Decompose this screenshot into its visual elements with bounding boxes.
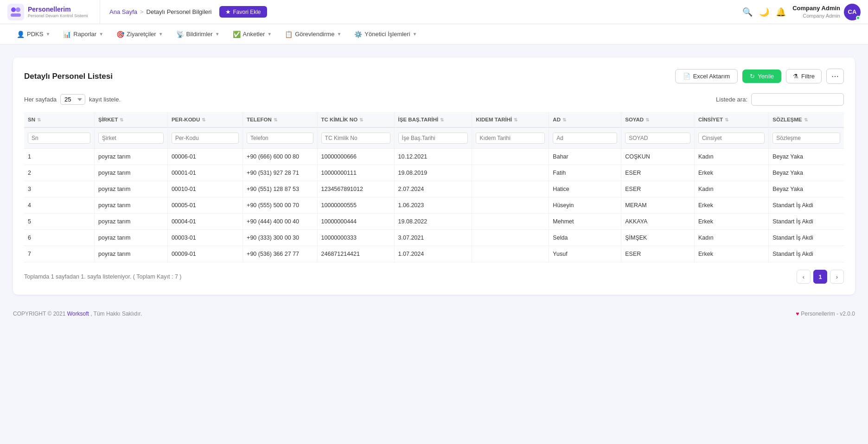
table-row: 1poyraz tarım00006-01+90 (666) 600 00 80… [24,149,844,165]
more-button[interactable]: ⋯ [826,69,844,84]
table-row: 7poyraz tarım00009-01+90 (536) 366 27 77… [24,246,844,262]
online-indicator [856,16,860,20]
per-page-prefix: Her sayfada [24,96,57,103]
main-card: Detaylı Personel Listesi 📄 Excel Aktarım… [13,57,855,295]
col-ad[interactable]: AD⇅ [549,112,621,127]
cell-telefon: +90 (555) 500 00 70 [243,197,317,214]
darkmode-icon[interactable]: 🌙 [759,7,769,17]
breadcrumb: Ana Sayfa > Detaylı Personel Bilgileri ★… [109,6,742,18]
table-row: 5poyraz tarım00004-01+90 (444) 400 00 40… [24,214,844,230]
filter-telefon-input[interactable] [247,133,313,144]
filter-button[interactable]: ⚗ Filtre [786,69,822,83]
col-telefon[interactable]: TELEFON⇅ [243,112,317,127]
cell-ad: Mehmet [549,214,621,230]
cell-sozlesme: Standart İş Akdi [769,246,844,262]
next-page-button[interactable]: › [830,270,844,284]
cell-ad: Selda [549,230,621,246]
cell-tc_kimlik: 10000000444 [317,214,394,230]
filter-tc-kimlik-input[interactable] [321,133,390,144]
table-wrapper: SN⇅ ŞİRKET⇅ PER-KODU⇅ TELEFON⇅ TC KİMLİK… [24,112,844,262]
filter-ad-input[interactable] [553,133,617,144]
fav-button[interactable]: ★ Favori Ekle [219,6,267,18]
col-soyad[interactable]: SOYAD⇅ [621,112,695,127]
cell-ad: Fatih [549,165,621,181]
nav-yonetici[interactable]: ⚙️ Yönetici İşlemleri ▼ [349,28,422,41]
cell-soyad: COŞKUN [621,149,695,165]
cinsiyet-sort-icon: ⇅ [725,117,728,122]
nav-pdks[interactable]: 👤 PDKS ▼ [11,28,56,41]
cell-cinsiyet: Erkek [694,165,768,181]
nav-ziyaretciler[interactable]: 🎯 Ziyaretçiler ▼ [111,28,168,41]
list-search-area: Listede ara: [716,93,844,106]
footer-copyright: COPYRIGHT © 2021 Worksoft , Tüm Hakkı Sa… [13,311,142,317]
col-sirket[interactable]: ŞİRKET⇅ [95,112,168,127]
svg-rect-0 [7,4,24,20]
filter-icon: ⚗ [793,73,798,80]
copyright-text: COPYRIGHT © 2021 [13,311,67,317]
filter-cinsiyet-input[interactable] [698,133,765,144]
pdks-chevron-icon: ▼ [45,32,50,37]
breadcrumb-home[interactable]: Ana Sayfa [109,8,137,15]
cell-cinsiyet: Kadın [694,230,768,246]
cell-tc_kimlik: 1234567891012 [317,181,394,197]
filter-telefon [243,127,317,149]
col-per-kodu[interactable]: PER-KODU⇅ [167,112,243,127]
table-row: 4poyraz tarım00005-01+90 (555) 500 00 70… [24,197,844,214]
filter-ise-bas-input[interactable] [398,133,468,144]
cell-ise_bas: 1.06.2023 [394,197,472,214]
footer-company-link[interactable]: Worksoft [67,311,89,317]
cell-ad: Yusuf [549,246,621,262]
cell-kidem [472,181,549,197]
ziyaretciler-icon: 🎯 [116,31,124,38]
nav-gorevlendirme-label: Görevlendirme [295,31,334,38]
filter-sozlesme [769,127,844,149]
refresh-label: Yenile [758,73,774,80]
col-ise-bas[interactable]: İŞE BAŞ.TARİHİ⇅ [394,112,472,127]
page-1-button[interactable]: 1 [813,270,827,284]
search-input[interactable] [751,93,844,106]
nav-anketler[interactable]: ✅ Anketler ▼ [227,28,278,41]
logo: Personellerim Personel Devam Kontrol Sis… [7,0,100,24]
per-page-select[interactable]: 25 50 100 [60,94,85,105]
nav-raporlar[interactable]: 📊 Raporlar ▼ [57,28,109,41]
per-page-area: Her sayfada 25 50 100 kayıt listele. [24,94,121,105]
table-header-row: SN⇅ ŞİRKET⇅ PER-KODU⇅ TELEFON⇅ TC KİMLİK… [24,112,844,127]
cell-per_kodu: 00009-01 [167,246,243,262]
cell-kidem [472,230,549,246]
fav-label: Favori Ekle [233,9,261,15]
nav-gorevlendirme[interactable]: 📋 Görevlendirme ▼ [279,28,347,41]
col-kidem[interactable]: KIDEM TARİHİ⇅ [472,112,549,127]
col-sozlesme[interactable]: SÖZLEŞME⇅ [769,112,844,127]
nav-bildirimler-label: Bildirimler [186,31,213,38]
bildirimler-chevron-icon: ▼ [215,32,220,37]
filter-soyad-input[interactable] [625,133,690,144]
per-page-suffix: kayıt listele. [89,96,121,103]
col-sn[interactable]: SN⇅ [24,112,95,127]
cell-sn: 4 [24,197,95,214]
filter-kidem-input[interactable] [476,133,545,144]
breadcrumb-current: Detaylı Personel Bilgileri [147,8,212,15]
filter-sirket-input[interactable] [98,133,164,144]
notification-icon[interactable]: 🔔 [776,7,786,17]
nav-pdks-label: PDKS [27,31,43,38]
cell-tc_kimlik: 10000000111 [317,165,394,181]
filter-per-kodu-input[interactable] [172,133,239,144]
excel-button[interactable]: 📄 Excel Aktarım [675,69,738,83]
cell-kidem [472,165,549,181]
filter-sn-input[interactable] [28,133,90,144]
main-navigation: 👤 PDKS ▼ 📊 Raporlar ▼ 🎯 Ziyaretçiler ▼ 📡… [0,24,868,44]
cell-sirket: poyraz tarım [95,197,168,214]
cell-ise_bas: 10.12.2021 [394,149,472,165]
per-kodu-sort-icon: ⇅ [202,117,205,122]
cell-sozlesme: Standart İş Akdi [769,230,844,246]
avatar[interactable]: CA [844,4,861,20]
search-icon[interactable]: 🔍 [742,7,753,17]
nav-bildirimler[interactable]: 📡 Bildirimler ▼ [171,28,225,41]
cell-telefon: +90 (444) 400 00 40 [243,214,317,230]
col-cinsiyet[interactable]: CİNSİYET⇅ [694,112,768,127]
card-actions: 📄 Excel Aktarım ↻ Yenile ⚗ Filtre ⋯ [675,69,844,84]
refresh-button[interactable]: ↻ Yenile [742,70,781,83]
prev-page-button[interactable]: ‹ [797,270,811,284]
col-tc-kimlik[interactable]: TC KİMLİK NO⇅ [317,112,394,127]
filter-sozlesme-input[interactable] [772,133,840,144]
